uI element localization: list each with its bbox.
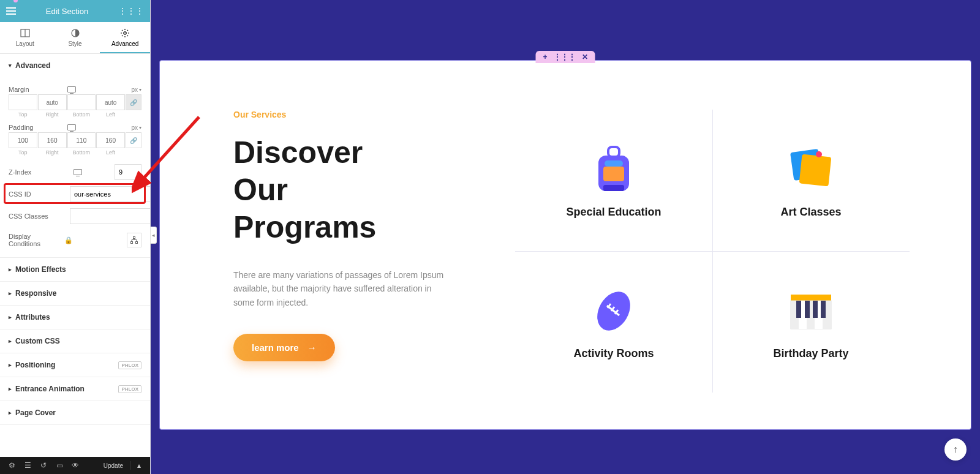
section-custom-css-toggle[interactable]: Custom CSS xyxy=(0,329,150,353)
delete-section-icon[interactable]: ✕ xyxy=(582,53,588,61)
panel-header: Edit Section ⋮⋮⋮ xyxy=(0,0,150,22)
svg-rect-28 xyxy=(796,301,801,318)
tab-layout-label: Layout xyxy=(16,40,34,47)
service-card[interactable]: Birthday Party xyxy=(712,251,910,393)
section-entrance-animation-toggle[interactable]: Entrance AnimationPHLOX xyxy=(0,377,150,401)
learn-more-button[interactable]: learn more → xyxy=(233,334,335,361)
padding-unit-select[interactable]: px xyxy=(131,124,141,131)
svg-rect-12 xyxy=(603,185,624,191)
padding-left-input[interactable] xyxy=(96,132,125,148)
margin-left-input[interactable] xyxy=(96,94,125,110)
tab-style[interactable]: Style xyxy=(50,22,100,53)
svg-rect-6 xyxy=(136,242,138,244)
padding-bottom-input[interactable] xyxy=(67,132,96,148)
service-card[interactable]: Art Classes xyxy=(712,110,910,251)
responsive-device-icon[interactable] xyxy=(67,86,76,92)
svg-rect-29 xyxy=(805,301,810,318)
svg-rect-14 xyxy=(799,154,832,187)
dim-label: Bottom xyxy=(67,149,96,156)
headline: Discover Our Programs xyxy=(233,134,491,246)
badge: PHLOX xyxy=(118,361,141,369)
description-text: There are many variations of passages of… xyxy=(233,268,454,309)
dim-label: Right xyxy=(38,111,67,118)
display-conditions-label: Display Conditions xyxy=(9,233,61,247)
dim-label: Left xyxy=(96,149,125,156)
canvas[interactable]: + ⋮⋮⋮ ✕ Our Services Discover Our Progra… xyxy=(151,0,980,474)
section-positioning-toggle[interactable]: PositioningPHLOX xyxy=(0,353,150,377)
collapse-panel-handle[interactable]: ◂ xyxy=(151,227,157,244)
margin-bottom-input[interactable] xyxy=(67,94,96,110)
navigator-icon[interactable]: ☰ xyxy=(20,457,36,474)
card-title: Art Classes xyxy=(780,206,841,219)
piano-icon xyxy=(783,284,839,339)
svg-rect-10 xyxy=(605,160,623,167)
zindex-input[interactable] xyxy=(115,164,141,180)
padding-label: Padding xyxy=(9,124,64,131)
svg-rect-5 xyxy=(131,242,133,244)
menu-button[interactable] xyxy=(6,7,16,15)
settings-icon[interactable]: ⚙ xyxy=(4,457,20,474)
svg-rect-21 xyxy=(791,295,831,301)
badge: PHLOX xyxy=(118,385,141,393)
css-id-input[interactable] xyxy=(70,186,150,202)
service-card[interactable]: Special Education xyxy=(515,110,712,251)
headline-line: Programs xyxy=(233,210,376,244)
tab-layout[interactable]: Layout xyxy=(0,22,50,53)
conditions-tree-icon[interactable] xyxy=(127,233,141,247)
add-section-icon[interactable]: + xyxy=(543,53,547,61)
margin-unit-select[interactable]: px xyxy=(131,86,141,93)
css-id-label: CSS ID xyxy=(9,190,70,198)
responsive-device-icon[interactable] xyxy=(74,169,82,175)
responsive-device-icon[interactable] xyxy=(67,124,76,130)
section-attributes-toggle[interactable]: Attributes xyxy=(0,306,150,329)
css-classes-label: CSS Classes xyxy=(9,213,70,220)
padding-link-toggle[interactable]: 🔗 xyxy=(126,132,141,148)
section-page-cover-toggle[interactable]: Page Cover xyxy=(0,401,150,424)
svg-rect-11 xyxy=(608,147,619,157)
card-title: Activity Rooms xyxy=(573,347,654,360)
section-motion-effects-toggle[interactable]: Motion Effects xyxy=(0,258,150,281)
edit-section-icon[interactable]: ⋮⋮⋮ xyxy=(554,53,576,61)
css-classes-input[interactable] xyxy=(70,208,150,224)
margin-link-toggle[interactable]: 🔗 xyxy=(126,94,141,110)
lock-icon: 🔒 xyxy=(64,236,73,244)
history-icon[interactable]: ↺ xyxy=(36,457,51,474)
tab-style-label: Style xyxy=(68,40,81,47)
preview-icon[interactable]: 👁 xyxy=(67,457,83,474)
margin-top-input[interactable] xyxy=(9,94,37,110)
responsive-mode-icon[interactable]: ▭ xyxy=(51,457,67,474)
dim-label: Top xyxy=(9,149,37,156)
layout-icon xyxy=(20,28,30,38)
panel-title: Edit Section xyxy=(46,7,88,16)
dim-label: Left xyxy=(96,111,125,118)
scroll-to-top-button[interactable]: ↑ xyxy=(944,438,967,461)
svg-rect-31 xyxy=(821,301,826,318)
tabs: Layout Style Advanced xyxy=(0,22,150,54)
section-responsive-toggle[interactable]: Responsive xyxy=(0,282,150,305)
eyebrow-text: Our Services xyxy=(233,110,491,119)
card-title: Birthday Party xyxy=(773,347,848,360)
svg-rect-4 xyxy=(134,237,135,239)
svg-rect-9 xyxy=(603,167,624,181)
service-card[interactable]: Activity Rooms xyxy=(515,251,712,393)
section-label: Positioning xyxy=(15,361,55,369)
headline-line: Discover xyxy=(233,135,363,170)
svg-rect-30 xyxy=(813,301,818,318)
padding-right-input[interactable] xyxy=(38,132,67,148)
section-advanced-toggle[interactable]: Advanced xyxy=(0,54,150,77)
card-title: Special Education xyxy=(566,206,661,219)
margin-right-input[interactable] xyxy=(38,94,67,110)
backpack-icon xyxy=(586,142,641,197)
padding-top-input[interactable] xyxy=(9,132,37,148)
zindex-label: Z-Index xyxy=(9,168,70,176)
selected-section[interactable]: + ⋮⋮⋮ ✕ Our Services Discover Our Progra… xyxy=(159,60,971,430)
style-icon xyxy=(70,28,80,38)
sticky-note-icon xyxy=(783,142,839,197)
save-options-toggle[interactable]: ▴ xyxy=(130,461,146,470)
football-icon xyxy=(586,284,641,339)
margin-label: Margin xyxy=(9,86,64,93)
panel-grid-icon[interactable]: ⋮⋮⋮ xyxy=(118,6,144,16)
update-button[interactable]: Update xyxy=(96,462,130,469)
tab-advanced[interactable]: Advanced xyxy=(100,22,150,53)
headline-line: Our xyxy=(233,173,288,207)
